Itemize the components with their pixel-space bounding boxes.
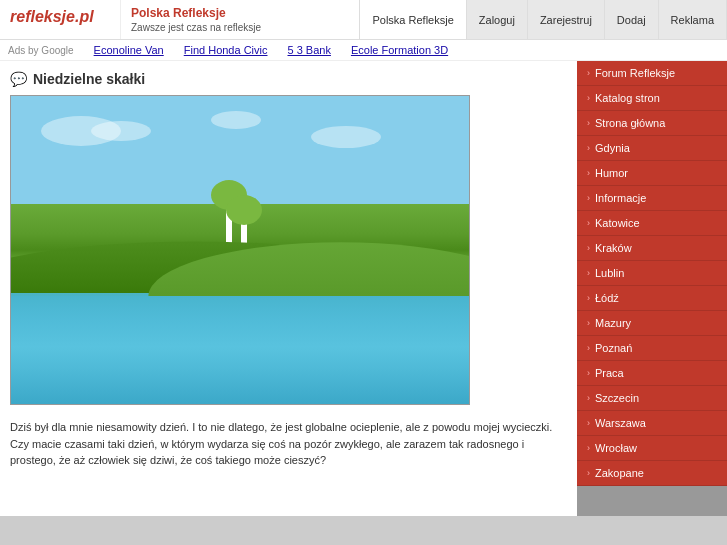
- sidebar-item-strona[interactable]: › Strona główna: [577, 111, 727, 136]
- photo-container: [10, 95, 567, 405]
- sidebar-item-label: Lublin: [595, 267, 624, 279]
- sidebar-item-label: Zakopane: [595, 467, 644, 479]
- sidebar-item-label: Kraków: [595, 242, 632, 254]
- sidebar-item-katalog[interactable]: › Katalog stron: [577, 86, 727, 111]
- article-title: Niedzielne skałki: [33, 71, 145, 87]
- arrow-icon: ›: [587, 368, 590, 378]
- site-logo[interactable]: refleksje.pl: [10, 8, 110, 26]
- ad-link-2[interactable]: 5 3 Bank: [288, 44, 331, 56]
- arrow-icon: ›: [587, 468, 590, 478]
- arrow-icon: ›: [587, 143, 590, 153]
- arrow-icon: ›: [587, 293, 590, 303]
- polska-refleksje-title: Polska Refleksje: [131, 6, 349, 20]
- section-title: 💬 Niedzielne skałki: [10, 71, 567, 87]
- ads-by-google-label: Ads by Google: [8, 45, 74, 56]
- top-nav: Polska Refleksje Zaloguj Zarejestruj Dod…: [359, 0, 727, 39]
- main-layout: 💬 Niedzielne skałki Dziś był dla mnie ni…: [0, 61, 727, 516]
- nav-dodaj[interactable]: Dodaj: [605, 0, 659, 39]
- nav-zarejestruj[interactable]: Zarejestruj: [528, 0, 605, 39]
- arrow-icon: ›: [587, 268, 590, 278]
- sidebar: › Forum Refleksje › Katalog stron › Stro…: [577, 61, 727, 516]
- sidebar-item-krakow[interactable]: › Kraków: [577, 236, 727, 261]
- sidebar-item-label: Katalog stron: [595, 92, 660, 104]
- sidebar-item-wroclaw[interactable]: › Wrocław: [577, 436, 727, 461]
- arrow-icon: ›: [587, 218, 590, 228]
- arrow-icon: ›: [587, 193, 590, 203]
- sidebar-item-label: Mazury: [595, 317, 631, 329]
- logo-area: refleksje.pl: [0, 0, 120, 39]
- water-area: [11, 290, 469, 404]
- sidebar-item-label: Szczecin: [595, 392, 639, 404]
- sidebar-item-label: Warszawa: [595, 417, 646, 429]
- sidebar-item-poznan[interactable]: › Poznań: [577, 336, 727, 361]
- arrow-icon: ›: [587, 343, 590, 353]
- arrow-icon: ›: [587, 168, 590, 178]
- nav-reklama[interactable]: Reklama: [659, 0, 727, 39]
- sidebar-item-humor[interactable]: › Humor: [577, 161, 727, 186]
- sidebar-item-label: Humor: [595, 167, 628, 179]
- sidebar-item-lublin[interactable]: › Lublin: [577, 261, 727, 286]
- sidebar-item-label: Poznań: [595, 342, 632, 354]
- sidebar-item-label: Katowice: [595, 217, 640, 229]
- sidebar-item-label: Praca: [595, 367, 624, 379]
- sidebar-item-katowice[interactable]: › Katowice: [577, 211, 727, 236]
- sidebar-item-szczecin[interactable]: › Szczecin: [577, 386, 727, 411]
- ad-link-1[interactable]: Find Honda Civic: [184, 44, 268, 56]
- cloud-2: [91, 121, 151, 141]
- sidebar-item-label: Wrocław: [595, 442, 637, 454]
- sidebar-item-label: Łódź: [595, 292, 619, 304]
- sidebar-item-label: Strona główna: [595, 117, 665, 129]
- ad-link-3[interactable]: Ecole Formation 3D: [351, 44, 448, 56]
- arrow-icon: ›: [587, 243, 590, 253]
- cloud-4: [311, 126, 381, 148]
- arrow-icon: ›: [587, 418, 590, 428]
- article-text: Dziś był dla mnie niesamowity dzień. I t…: [10, 415, 567, 469]
- arrow-icon: ›: [587, 393, 590, 403]
- sidebar-bottom-filler: [577, 486, 727, 516]
- ad-link-0[interactable]: Econoline Van: [94, 44, 164, 56]
- nav-zaloguj[interactable]: Zaloguj: [467, 0, 528, 39]
- speech-bubble-icon: 💬: [10, 71, 27, 87]
- sidebar-item-lodz[interactable]: › Łódź: [577, 286, 727, 311]
- sidebar-item-warszawa[interactable]: › Warszawa: [577, 411, 727, 436]
- cloud-3: [211, 111, 261, 129]
- polska-refleksje-subtitle: Zawsze jest czas na refleksje: [131, 22, 349, 33]
- sidebar-item-forum[interactable]: › Forum Refleksje: [577, 61, 727, 86]
- sidebar-item-mazury[interactable]: › Mazury: [577, 311, 727, 336]
- arrow-icon: ›: [587, 93, 590, 103]
- arrow-icon: ›: [587, 318, 590, 328]
- landscape-photo: [10, 95, 470, 405]
- arrow-icon: ›: [587, 68, 590, 78]
- sidebar-item-praca[interactable]: › Praca: [577, 361, 727, 386]
- sidebar-item-label: Forum Refleksje: [595, 67, 675, 79]
- sidebar-item-zakopane[interactable]: › Zakopane: [577, 461, 727, 486]
- header: refleksje.pl Polska Refleksje Zawsze jes…: [0, 0, 727, 40]
- polska-refleksje-box: Polska Refleksje Zawsze jest czas na ref…: [120, 0, 359, 39]
- sidebar-item-label: Informacje: [595, 192, 646, 204]
- sidebar-item-label: Gdynia: [595, 142, 630, 154]
- ad-bar: Ads by Google Econoline Van Find Honda C…: [0, 40, 727, 61]
- nav-polska[interactable]: Polska Refleksje: [360, 0, 466, 39]
- content-area: 💬 Niedzielne skałki Dziś był dla mnie ni…: [0, 61, 577, 516]
- arrow-icon: ›: [587, 443, 590, 453]
- arrow-icon: ›: [587, 118, 590, 128]
- sidebar-item-gdynia[interactable]: › Gdynia: [577, 136, 727, 161]
- sidebar-item-informacje[interactable]: › Informacje: [577, 186, 727, 211]
